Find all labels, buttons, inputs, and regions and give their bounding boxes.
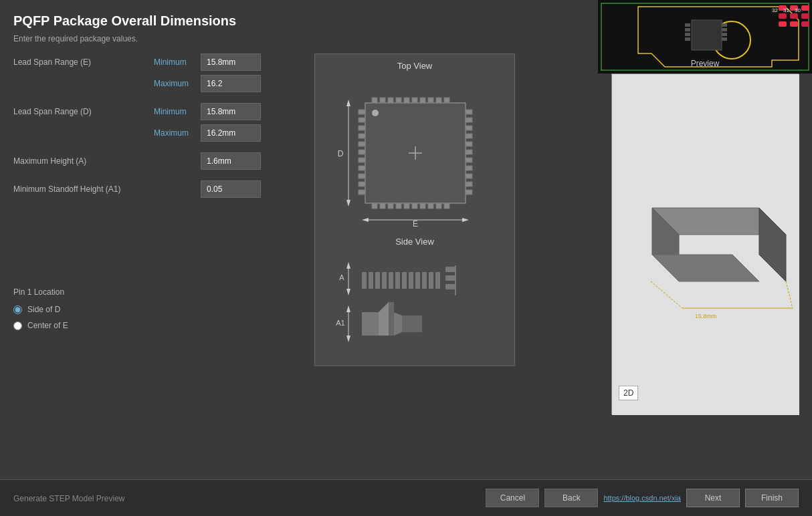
svg-marker-76: [462, 218, 469, 222]
svg-rect-35: [396, 98, 401, 103]
svg-point-29: [372, 110, 379, 116]
svg-rect-44: [388, 203, 393, 209]
finish-button[interactable]: Finish: [745, 489, 799, 507]
svg-marker-26: [346, 200, 350, 207]
svg-rect-66: [466, 134, 472, 138]
svg-rect-72: [466, 182, 472, 186]
standoff-input[interactable]: [201, 180, 261, 198]
lead-span-e-group: Lead Span Range (E) Minimum Maximum: [13, 53, 321, 92]
svg-rect-43: [380, 203, 385, 209]
svg-rect-46: [404, 203, 409, 209]
svg-rect-82: [362, 272, 367, 289]
radio-center-of-e-input[interactable]: [13, 321, 22, 330]
svg-marker-80: [346, 289, 350, 295]
radio-side-of-d-label: Side of D: [27, 305, 60, 314]
svg-rect-71: [466, 174, 472, 178]
top-view-diagram: D: [322, 76, 509, 230]
page-title: PQFP Package Overall Dimensions: [13, 13, 799, 29]
svg-rect-95: [445, 275, 455, 281]
lead-span-e-max-label: Maximum: [154, 79, 201, 88]
svg-rect-92: [429, 272, 433, 289]
lead-span-d-min-input[interactable]: [201, 103, 261, 120]
svg-marker-101: [346, 336, 350, 342]
svg-text:E: E: [413, 219, 418, 229]
svg-rect-93: [435, 272, 440, 289]
svg-rect-34: [388, 98, 393, 103]
svg-rect-67: [466, 142, 472, 146]
max-height-input[interactable]: [201, 152, 261, 170]
preview-2d-badge: 2D: [619, 386, 638, 400]
max-height-row: Maximum Height (A): [13, 152, 321, 170]
svg-rect-58: [359, 158, 365, 162]
svg-rect-87: [395, 272, 400, 289]
svg-rect-40: [436, 98, 441, 103]
svg-rect-55: [359, 134, 365, 138]
pin-location-section: Pin 1 Location Side of D Center of E: [13, 287, 214, 330]
svg-rect-53: [359, 118, 365, 122]
url-text: https://blog.csdn.net/xia: [603, 494, 681, 502]
svg-rect-70: [466, 166, 472, 170]
lead-span-d-group: Lead Span Range (D) Minimum Maximum: [13, 103, 321, 142]
svg-marker-75: [362, 218, 369, 222]
lead-span-d-max-input[interactable]: [201, 124, 261, 142]
svg-rect-60: [359, 174, 365, 178]
svg-rect-73: [466, 190, 472, 195]
svg-text:A: A: [339, 273, 344, 281]
svg-rect-47: [412, 203, 417, 209]
lead-span-e-label: Lead Span Range (E): [13, 57, 147, 67]
svg-rect-50: [436, 203, 441, 209]
svg-rect-69: [466, 158, 472, 162]
back-button[interactable]: Back: [544, 489, 598, 507]
svg-rect-96: [445, 284, 455, 289]
preview-section: 15.8mm 2D: [611, 74, 799, 414]
lead-span-d-max-row: Maximum: [13, 124, 321, 142]
svg-rect-62: [359, 190, 365, 195]
lead-span-e-min-input[interactable]: [201, 53, 261, 71]
diagram-area: Top View D: [314, 53, 515, 366]
svg-rect-32: [372, 98, 377, 103]
svg-marker-25: [346, 100, 350, 106]
radio-side-of-d[interactable]: Side of D: [13, 305, 214, 314]
svg-rect-86: [389, 272, 393, 289]
svg-rect-85: [382, 272, 387, 289]
svg-rect-59: [359, 166, 365, 170]
svg-rect-68: [466, 150, 472, 154]
svg-rect-51: [444, 203, 449, 209]
svg-rect-88: [402, 272, 407, 289]
svg-rect-36: [404, 98, 409, 103]
svg-rect-38: [420, 98, 425, 103]
lead-span-e-max-input[interactable]: [201, 75, 261, 92]
main-content: PQFP Package Overall Dimensions Enter th…: [0, 0, 812, 516]
svg-rect-91: [422, 272, 427, 289]
lead-span-d-label: Lead Span Range (D): [13, 107, 147, 116]
form-section: Lead Span Range (E) Minimum Maximum Lead…: [13, 53, 321, 209]
top-view-title: Top View: [322, 61, 508, 71]
svg-rect-83: [369, 272, 373, 289]
radio-center-of-e-label: Center of E: [27, 321, 68, 330]
svg-rect-65: [466, 126, 472, 130]
pin-location-radio-group: Side of D Center of E: [13, 305, 214, 330]
svg-marker-100: [346, 305, 350, 312]
generate-step-label: Generate STEP Model Preview: [13, 493, 125, 503]
svg-rect-64: [466, 118, 472, 122]
svg-rect-57: [359, 150, 365, 154]
radio-side-of-d-input[interactable]: [13, 305, 22, 314]
cancel-button[interactable]: Cancel: [486, 489, 539, 507]
lead-span-e-label-row: Lead Span Range (E) Minimum: [13, 53, 321, 71]
lead-span-d-max-label: Maximum: [154, 128, 201, 138]
standoff-label: Minimum Standoff Height (A1): [13, 184, 147, 194]
preview-3d-svg: 15.8mm: [612, 74, 799, 415]
svg-rect-45: [396, 203, 401, 209]
side-view-title: Side View: [322, 237, 508, 247]
svg-rect-52: [359, 110, 365, 114]
svg-rect-37: [412, 98, 417, 103]
svg-rect-41: [444, 98, 449, 103]
svg-rect-42: [372, 203, 377, 209]
svg-text:D: D: [338, 149, 344, 158]
lead-span-d-min-label: Minimum: [154, 107, 201, 116]
radio-center-of-e[interactable]: Center of E: [13, 321, 214, 330]
next-button[interactable]: Next: [686, 489, 740, 507]
svg-rect-48: [420, 203, 425, 209]
side-view-diagram: A A1: [322, 252, 509, 359]
max-height-label: Maximum Height (A): [13, 156, 147, 166]
